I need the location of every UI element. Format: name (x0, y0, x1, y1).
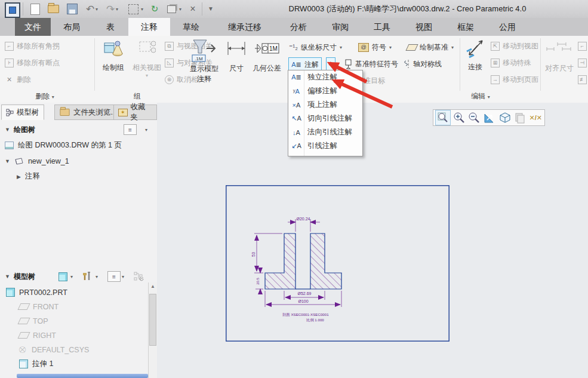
zoom-region-button[interactable] (435, 110, 451, 125)
undo-icon[interactable]: ↶ (84, 2, 97, 16)
tools-icon[interactable] (82, 272, 92, 281)
section-view-geometry[interactable] (265, 233, 341, 289)
tab-analysis[interactable]: 分析 (278, 18, 319, 36)
tab-file[interactable]: 文件 (15, 18, 51, 36)
tab-annotate[interactable]: 注释 (128, 18, 170, 36)
draft-datum-button[interactable]: 绘制基准▾ (407, 41, 454, 54)
tree-item-front-plane[interactable]: FRONT (19, 300, 59, 314)
model-tree-horizontal-scrollbar-thumb[interactable] (17, 374, 148, 378)
move-to-view-button[interactable]: ⇱移动到视图 (491, 39, 538, 53)
menu-item-unattached-note[interactable]: A≣ 独立注解 (288, 70, 362, 84)
panel-tab-favorites[interactable]: ✶ 收藏夹 (113, 105, 157, 120)
tree-item-default-csys[interactable]: ⛒ DEFAULT_CSYS (19, 343, 89, 357)
panel-tab-folder-browser[interactable]: 文件夹浏览... (54, 105, 122, 120)
remove-all-jogs-button[interactable]: ⌐移除所有角拐 (5, 39, 60, 53)
show-model-annotations-button[interactable]: .1M 显示模型注释 (187, 39, 221, 84)
remove-all-breaks-button[interactable]: ⊦移除所有断点 (5, 56, 60, 69)
related-view-dropdown-icon[interactable]: ▾ (146, 73, 148, 78)
datum-display-button[interactable]: ✕/✕ (528, 110, 543, 125)
align-dimensions-button[interactable]: 对齐尺寸 (542, 41, 577, 73)
drawing-tree-settings-dropdown-icon[interactable]: ▾ (145, 127, 147, 133)
save-icon[interactable] (66, 2, 79, 16)
menu-item-leader-note[interactable]: ↙A 引线注解 (288, 139, 362, 153)
ribbon-overflow-tool-2[interactable]: ⊣ (578, 56, 587, 69)
redo-dropdown-icon[interactable]: ▾ (116, 7, 118, 12)
tab-sketch[interactable]: 草绘 (170, 18, 212, 36)
tree-item-part[interactable]: PRT0002.PRT (6, 285, 67, 299)
tab-view[interactable]: 视图 (403, 18, 445, 36)
panel-tab-model-tree[interactable]: 模型树 (1, 105, 44, 120)
undo-dropdown-icon[interactable]: ▾ (96, 7, 98, 12)
model-tree-filter-icon[interactable] (59, 272, 67, 281)
graphics-area[interactable]: ✕/✕ (157, 103, 588, 378)
related-view-button[interactable]: 相关视图 ▾ (131, 39, 162, 78)
delete-button[interactable]: ×删除 (5, 73, 31, 86)
delete-group-label[interactable]: 删除 ▾ (18, 91, 72, 102)
selection-filter-dropdown-icon[interactable]: ▾ (141, 7, 143, 12)
axis-symmetry-line-button[interactable]: 轴对称线 (404, 57, 442, 70)
tab-legacy-migration[interactable]: 继承迁移 (212, 18, 278, 36)
menu-item-on-item-note[interactable]: ×A 项上注解 (288, 98, 362, 112)
window-switch-icon[interactable] (165, 2, 178, 16)
model-tree-vertical-scrollbar-thumb[interactable] (149, 294, 156, 346)
ordinate-dimension-button[interactable]: ⁼¹₂ 纵坐标尺寸▾ (289, 41, 342, 54)
move-to-sheet-button[interactable]: →移动到页面 (491, 73, 538, 86)
draft-group-button[interactable]: 绘制组 (98, 39, 129, 73)
group-group-label[interactable]: 组 (107, 91, 167, 102)
close-window-icon[interactable]: × (186, 2, 199, 16)
datum-feature-symbol-button[interactable]: 基准特征符号 (344, 57, 398, 70)
model-tree-filter-dropdown-icon[interactable]: ▾ (70, 274, 73, 279)
tab-review[interactable]: 审阅 (319, 18, 361, 36)
collapse-icon[interactable]: ▼ (5, 273, 10, 279)
expand-icon[interactable]: ▶ (17, 174, 21, 180)
tree-item-extrude-1[interactable]: 拉伸 1 (19, 357, 53, 371)
ribbon-overflow-tool-1[interactable]: ⌐ (578, 39, 587, 53)
open-file-icon[interactable] (47, 2, 60, 16)
display-style-button[interactable] (498, 110, 512, 125)
collapse-icon[interactable]: ▼ (5, 158, 10, 164)
tree-item-right-plane[interactable]: RIGHT (19, 328, 56, 342)
scroll-up-icon[interactable]: ▲ (149, 282, 157, 291)
tree-item-annotations[interactable]: ▶ 注释 (17, 170, 40, 183)
tab-tools[interactable]: 工具 (361, 18, 403, 36)
selection-filter-icon[interactable] (127, 2, 140, 16)
menu-item-offset-note[interactable]: ʸA 偏移注解 (288, 84, 362, 98)
ordinate-dimension-dropdown-icon[interactable]: ▾ (340, 45, 342, 50)
tree-item-top-plane[interactable]: TOP (19, 314, 48, 328)
ribbon-overflow-tool-3[interactable]: ≢ (578, 73, 587, 86)
toolbar-overflow-icon[interactable]: ▼ (208, 5, 214, 12)
dimension-button[interactable]: 尺寸 (224, 41, 248, 73)
draft-datum-dropdown-icon[interactable]: ▾ (451, 45, 454, 50)
model-tree-settings-dropdown-icon[interactable]: ▾ (122, 274, 124, 279)
tab-table[interactable]: 表 (93, 18, 128, 36)
collapse-icon[interactable]: ▼ (5, 127, 10, 133)
zoom-out-button[interactable] (467, 110, 481, 125)
tree-display-icon[interactable] (134, 272, 144, 281)
window-switch-dropdown-icon[interactable]: ▾ (179, 7, 181, 12)
menu-item-tangent-leader-note[interactable]: ↖A 切向引线注解 (288, 112, 362, 125)
model-tree-settings-icon[interactable]: ≡ (107, 271, 121, 282)
redo-icon[interactable]: ↷ (104, 2, 117, 16)
tab-layout[interactable]: 布局 (51, 18, 93, 36)
zoom-in-button[interactable] (452, 110, 466, 125)
tab-common[interactable]: 公用 (487, 18, 528, 36)
menu-item-normal-leader-note[interactable]: ↓A 法向引线注解 (288, 125, 362, 139)
tools-dropdown-icon[interactable]: ▾ (96, 274, 98, 279)
tree-item-view[interactable]: ▼ new_view_1 (5, 154, 69, 168)
refit-button[interactable] (482, 110, 497, 125)
app-icon[interactable] (5, 2, 20, 18)
move-special-button[interactable]: ⊞移动特殊 (491, 56, 531, 69)
tree-item-sheet[interactable]: 绘图 DRW0003.DRW 的第 1 页 (5, 139, 122, 152)
saved-orientations-button[interactable] (513, 110, 528, 125)
geometric-tolerance-button[interactable]: 1M 几何公差 (251, 41, 283, 73)
symbol-button[interactable]: @ 符号▾ (358, 41, 392, 54)
edit-group-label[interactable]: 编辑 ▾ (454, 91, 507, 102)
drawing-sheet[interactable]: Ø20.24 53 20.5 Ø52.69 Ø100 剖面 XSEC0001-X… (226, 185, 450, 342)
attach-button[interactable]: 连接 (463, 39, 487, 72)
tab-frame[interactable]: 框架 (445, 18, 487, 36)
new-file-icon[interactable] (29, 2, 42, 16)
symbol-dropdown-icon[interactable]: ▾ (389, 45, 392, 50)
drawing-tree-settings-icon[interactable]: ≡ (124, 124, 137, 135)
regenerate-icon[interactable]: ↻ (148, 2, 161, 16)
titlebar: ↶ ▾ ↷ ▾ ▾ ↻ ▾ × ▼ DRW0003 (活动的) F:\晴峰学习\… (0, 0, 588, 18)
